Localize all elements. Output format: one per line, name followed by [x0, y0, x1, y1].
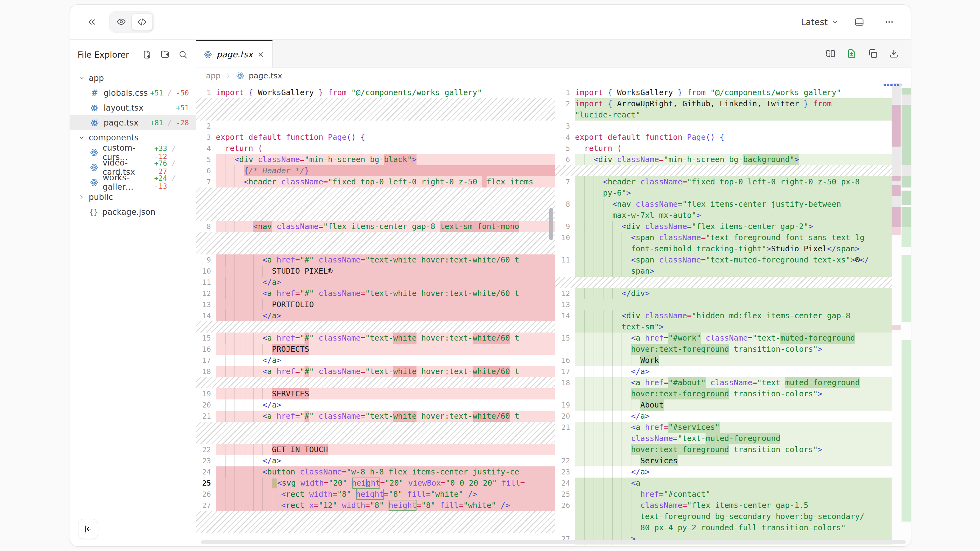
search-icon[interactable]: [178, 50, 188, 59]
new-code-line-10[interactable]: 10 <span className="text-foreground font…: [555, 232, 911, 243]
old-code-line-19[interactable]: 19 SERVICES: [196, 388, 555, 399]
new-code-line-9[interactable]: 9 <div className="flex items-center gap-…: [555, 221, 911, 232]
line-number[interactable]: 23: [196, 455, 216, 467]
line-number[interactable]: 15: [555, 332, 575, 344]
old-code-line-22[interactable]: 22 GET IN TOUCH: [196, 444, 555, 455]
old-code-line-9[interactable]: 9 <a href="#" className="text-white hove…: [196, 254, 555, 265]
new-code-line-7[interactable]: 7 <header className="fixed top-0 left-0 …: [555, 176, 911, 187]
horizontal-scrollbar[interactable]: [201, 540, 906, 544]
new-code-line-16[interactable]: 16 Work: [555, 355, 911, 366]
line-number[interactable]: 10: [555, 232, 575, 243]
new-code-line-wrap[interactable]: py-6">: [555, 187, 911, 198]
tree-item-works-galler-[interactable]: works-galler…+24 / -13: [70, 175, 196, 190]
file-diff-icon[interactable]: [846, 48, 857, 59]
line-number[interactable]: 20: [196, 399, 216, 411]
line-number[interactable]: 1: [196, 87, 216, 98]
copy-icon[interactable]: [867, 48, 878, 59]
line-number[interactable]: 22: [555, 455, 575, 467]
line-number[interactable]: 11: [555, 254, 575, 265]
line-number[interactable]: 17: [555, 366, 575, 377]
old-code-line-26[interactable]: 26 <rect width="8" height="8" fill="whit…: [196, 489, 555, 500]
new-code-line-5[interactable]: 5 return (: [555, 143, 911, 154]
old-code-line-25[interactable]: 25 <svg width="20" height="20" viewBox="…: [196, 478, 555, 489]
line-number[interactable]: 26: [196, 489, 216, 500]
new-code-line-18[interactable]: 18 <a href="#about" className="text-mute…: [555, 377, 911, 388]
new-code-line-14[interactable]: 14 <div className="hidden md:flex items-…: [555, 310, 911, 321]
tree-item-custom-curs-[interactable]: custom-curs…+33 / -12: [70, 145, 196, 160]
diff-pane-old[interactable]: 1import { WorksGallery } from "@/compone…: [196, 83, 555, 546]
new-code-line-13[interactable]: 13: [555, 299, 911, 310]
new-folder-icon[interactable]: [160, 50, 170, 59]
line-number[interactable]: 15: [196, 332, 216, 344]
new-code-line-3[interactable]: 3: [555, 121, 911, 132]
line-number[interactable]: [555, 265, 575, 277]
line-number[interactable]: [555, 187, 575, 198]
line-number[interactable]: 20: [555, 411, 575, 422]
old-code-line-1[interactable]: 1import { WorksGallery } from "@/compone…: [196, 87, 555, 98]
close-tab-icon[interactable]: [257, 51, 264, 58]
new-code-line-wrap[interactable]: span>: [555, 265, 911, 277]
minimap[interactable]: [892, 83, 911, 546]
old-code-line-5[interactable]: 5 <div className="min-h-screen bg-black"…: [196, 154, 555, 165]
code-toggle-button[interactable]: [132, 13, 153, 31]
line-number[interactable]: [555, 388, 575, 399]
old-code-line-4[interactable]: 4 return (: [196, 143, 555, 154]
line-number[interactable]: 7: [196, 176, 216, 187]
line-number[interactable]: 9: [555, 221, 575, 232]
new-code-line-17[interactable]: 17 </a>: [555, 366, 911, 377]
line-number[interactable]: 14: [196, 310, 216, 321]
new-code-line-wrap[interactable]: text-sm">: [555, 321, 911, 332]
line-number[interactable]: 24: [555, 478, 575, 489]
breadcrumb-folder[interactable]: app: [206, 71, 221, 80]
new-code-line-21[interactable]: 21 <a href="#services": [555, 422, 911, 433]
old-code-line-21[interactable]: 21 <a href="#" className="text-white hov…: [196, 411, 555, 422]
new-code-line-wrap[interactable]: text-foreground bg-secondary hover:bg-se…: [555, 511, 911, 522]
line-number[interactable]: 25: [196, 478, 216, 489]
line-number[interactable]: 10: [196, 265, 216, 277]
line-number[interactable]: [555, 344, 575, 355]
line-number[interactable]: 18: [555, 377, 575, 388]
new-code-line-wrap[interactable]: hover:text-foreground transition-colors"…: [555, 444, 911, 455]
tab-page-tsx[interactable]: page.tsx: [196, 40, 273, 68]
line-number[interactable]: 19: [555, 399, 575, 411]
old-code-line-10[interactable]: 10 STUDIO PIXEL®: [196, 265, 555, 277]
old-code-line-12[interactable]: 12 <a href="#" className="text-white hov…: [196, 288, 555, 299]
old-code-line-3[interactable]: 3export default function Page() {: [196, 132, 555, 143]
line-number[interactable]: 5: [555, 143, 575, 154]
line-number[interactable]: [555, 522, 575, 534]
line-number[interactable]: 16: [196, 344, 216, 355]
new-code-line-19[interactable]: 19 About: [555, 399, 911, 411]
line-number[interactable]: 3: [196, 132, 216, 143]
line-number[interactable]: 23: [555, 467, 575, 478]
download-icon[interactable]: [889, 48, 899, 59]
line-number[interactable]: [555, 511, 575, 522]
old-code-line-16[interactable]: 16 PROJECTS: [196, 344, 555, 355]
line-number[interactable]: 14: [555, 310, 575, 321]
old-code-line-27[interactable]: 27 <rect x="12" width="8" height="8" fil…: [196, 500, 555, 511]
preview-toggle-button[interactable]: [111, 13, 132, 30]
line-number[interactable]: [555, 243, 575, 254]
line-number[interactable]: 18: [196, 366, 216, 377]
line-number[interactable]: 21: [555, 422, 575, 433]
line-number[interactable]: [555, 210, 575, 221]
new-code-line-wrap[interactable]: "lucide-react": [555, 110, 911, 121]
collapse-sidebar-button[interactable]: [78, 519, 98, 539]
tree-item-globals.css[interactable]: #globals.css+51 / -50: [70, 86, 196, 100]
line-number[interactable]: 4: [196, 143, 216, 154]
tree-item-public[interactable]: public: [70, 190, 196, 205]
split-view-icon[interactable]: [825, 48, 836, 59]
new-code-line-1[interactable]: 1import { WorksGallery } from "@/compone…: [555, 87, 911, 98]
line-number[interactable]: [555, 444, 575, 455]
line-number[interactable]: 8: [555, 198, 575, 210]
line-number[interactable]: 26: [555, 500, 575, 511]
old-code-line-7[interactable]: 7 <header className="fixed top-0 left-0 …: [196, 176, 555, 187]
old-code-line-18[interactable]: 18 <a href="#" className="text-white hov…: [196, 366, 555, 377]
old-code-line-14[interactable]: 14 </a>: [196, 310, 555, 321]
left-pane-scrollbar-thumb[interactable]: [549, 208, 553, 240]
new-code-line-20[interactable]: 20 </a>: [555, 411, 911, 422]
new-code-line-wrap[interactable]: hover:text-foreground transition-colors"…: [555, 388, 911, 399]
line-number[interactable]: 12: [555, 288, 575, 299]
line-number[interactable]: 9: [196, 254, 216, 265]
line-number[interactable]: 21: [196, 411, 216, 422]
line-number[interactable]: 22: [196, 444, 216, 455]
